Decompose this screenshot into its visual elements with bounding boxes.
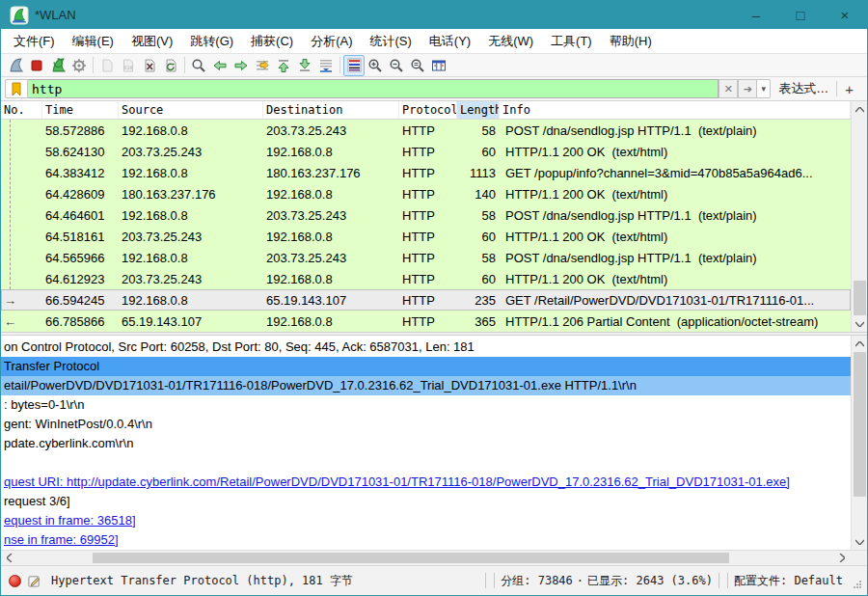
column-header[interactable]: Source: [119, 101, 263, 119]
detail-line[interactable]: : bytes=0-1\r\n: [1, 395, 851, 415]
column-header[interactable]: Protocol: [399, 101, 457, 119]
last-packet-icon[interactable]: [294, 55, 315, 76]
scroll-thumb[interactable]: [854, 281, 866, 315]
resize-columns-icon[interactable]: [428, 55, 449, 76]
column-header[interactable]: Length: [457, 101, 500, 119]
menu-item[interactable]: 跳转(G): [181, 29, 242, 53]
open-file-icon[interactable]: [96, 55, 118, 76]
zoom-out-icon[interactable]: [386, 55, 407, 76]
status-profile[interactable]: 配置文件: Default: [734, 573, 843, 589]
length-cell: 235: [457, 293, 500, 308]
save-file-icon[interactable]: 010: [118, 55, 139, 76]
start-capture-icon[interactable]: [5, 55, 26, 76]
scroll-up-icon[interactable]: [852, 336, 868, 352]
filter-apply-button[interactable]: ➔: [738, 79, 757, 98]
menu-item[interactable]: 无线(W): [479, 29, 542, 53]
capture-options-icon[interactable]: [68, 55, 90, 76]
status-packet-count: 分组: 73846: [501, 573, 573, 589]
column-header[interactable]: No.: [1, 101, 42, 119]
info-cell: HTTP/1.1 200 OK (text/html): [500, 187, 851, 202]
reload-file-icon[interactable]: [160, 55, 181, 76]
scroll-thumb[interactable]: [854, 352, 866, 497]
menu-item[interactable]: 电话(Y): [420, 29, 479, 53]
source-cell: 192.168.0.8: [119, 293, 263, 308]
add-filter-button[interactable]: +: [837, 81, 863, 97]
packet-row[interactable]: 64.464601192.168.0.8203.73.25.243HTTP58P…: [1, 204, 851, 226]
filter-bar: http ✕ ➔ ▼ 表达式… +: [1, 77, 867, 101]
scroll-thumb[interactable]: [93, 553, 729, 563]
destination-cell: 192.168.0.8: [263, 314, 399, 329]
resize-grip-icon[interactable]: [853, 580, 862, 589]
close-file-icon[interactable]: [139, 55, 160, 76]
packet-list-vscrollbar[interactable]: [851, 101, 867, 332]
info-cell: HTTP/1.1 206 Partial Content (applicatio…: [500, 314, 851, 329]
packet-row[interactable]: 64.428609180.163.237.176192.168.0.8HTTP1…: [1, 183, 851, 204]
detail-link-line[interactable]: quest URI: http://update.cyberlink.com/R…: [1, 473, 851, 492]
packet-row-selected[interactable]: →66.594245192.168.0.865.19.143.107HTTP23…: [1, 289, 851, 311]
previous-packet-icon[interactable]: [209, 55, 231, 76]
colorize-packets-icon[interactable]: [343, 55, 365, 76]
filter-dropdown-button[interactable]: ▼: [757, 79, 771, 98]
packet-row[interactable]: 64.565966192.168.0.8203.73.25.243HTTP58P…: [1, 247, 851, 268]
direction-arrow-icon: ←: [1, 314, 42, 329]
packet-row[interactable]: 58.624130203.73.25.243192.168.0.8HTTP60H…: [1, 141, 851, 162]
column-header[interactable]: Time: [42, 101, 119, 119]
detail-line[interactable]: etail/PowerDVD/DVD171031-01/TR171116-018…: [1, 376, 851, 395]
first-packet-icon[interactable]: [273, 55, 294, 76]
status-protocol-text: Hypertext Transfer Protocol (http), 181 …: [51, 573, 353, 589]
expression-button[interactable]: 表达式…: [771, 80, 836, 97]
scroll-down-icon[interactable]: [852, 315, 868, 332]
menu-item[interactable]: 工具(T): [542, 29, 601, 53]
next-packet-icon[interactable]: [231, 55, 252, 76]
close-button[interactable]: ×: [823, 1, 867, 29]
menu-bar: 文件(F)编辑(E)视图(V)跳转(G)捕获(C)分析(A)统计(S)电话(Y)…: [1, 29, 867, 53]
packet-row[interactable]: 64.383412192.168.0.8180.163.237.176HTTP1…: [1, 162, 851, 183]
detail-line[interactable]: on Control Protocol, Src Port: 60258, Ds…: [1, 338, 851, 357]
restart-capture-icon[interactable]: [47, 55, 68, 76]
time-cell: 58.624130: [42, 145, 119, 159]
menu-item[interactable]: 捕获(C): [242, 29, 302, 53]
menu-item[interactable]: 视图(V): [122, 29, 181, 53]
detail-link-line[interactable]: equest in frame: 36518]: [1, 511, 851, 530]
packet-row[interactable]: 64.612923203.73.25.243192.168.0.8HTTP60H…: [1, 268, 851, 289]
menu-item[interactable]: 帮助(H): [601, 29, 661, 53]
maximize-button[interactable]: □: [778, 1, 823, 29]
zoom-reset-icon[interactable]: [407, 55, 428, 76]
detail-line[interactable]: gent: WinInetPost/0.0.4\r\n: [1, 415, 851, 434]
minimize-button[interactable]: –: [734, 1, 778, 29]
expert-info-icon[interactable]: [9, 575, 21, 587]
detail-line[interactable]: Transfer Protocol: [1, 357, 851, 376]
scroll-right-icon[interactable]: [833, 551, 850, 565]
detail-line[interactable]: request 3/6]: [1, 492, 851, 511]
column-header[interactable]: Info: [500, 101, 851, 119]
menu-item[interactable]: 文件(F): [5, 29, 64, 53]
display-filter-input[interactable]: http: [28, 79, 719, 98]
filter-bookmark-button[interactable]: [5, 79, 28, 98]
filter-clear-button[interactable]: ✕: [719, 79, 738, 98]
packet-row[interactable]: ←66.78586665.19.143.107192.168.0.8HTTP36…: [1, 311, 851, 332]
destination-cell: 192.168.0.8: [263, 145, 399, 159]
column-header[interactable]: Destination: [263, 101, 399, 119]
status-displayed-count: 已显示: 2643 (3.6%): [587, 573, 713, 589]
capture-comment-icon[interactable]: [27, 574, 41, 588]
go-to-packet-icon[interactable]: [252, 55, 273, 76]
details-hscrollbar[interactable]: [1, 550, 867, 565]
detail-link-line[interactable]: nse in frame: 69952]: [1, 530, 851, 550]
detail-line: [1, 453, 851, 473]
menu-item[interactable]: 编辑(E): [64, 29, 122, 53]
stop-capture-icon[interactable]: [26, 55, 47, 76]
details-vscrollbar[interactable]: [851, 336, 867, 550]
destination-cell: 192.168.0.8: [263, 272, 399, 286]
zoom-in-icon[interactable]: [365, 55, 386, 76]
packet-row[interactable]: 64.518161203.73.25.243192.168.0.8HTTP60H…: [1, 226, 851, 247]
packet-row[interactable]: 58.572886192.168.0.8203.73.25.243HTTP58P…: [1, 120, 851, 141]
find-packet-icon[interactable]: [188, 55, 209, 76]
detail-line[interactable]: pdate.cyberlink.com\r\n: [1, 434, 851, 453]
auto-scroll-icon[interactable]: [315, 55, 337, 76]
scroll-up-icon[interactable]: [852, 101, 868, 118]
time-cell: 64.383412: [42, 166, 119, 180]
menu-item[interactable]: 分析(A): [302, 29, 361, 53]
menu-item[interactable]: 统计(S): [361, 29, 420, 53]
scroll-down-icon[interactable]: [852, 533, 868, 550]
scroll-left-icon[interactable]: [1, 551, 17, 565]
